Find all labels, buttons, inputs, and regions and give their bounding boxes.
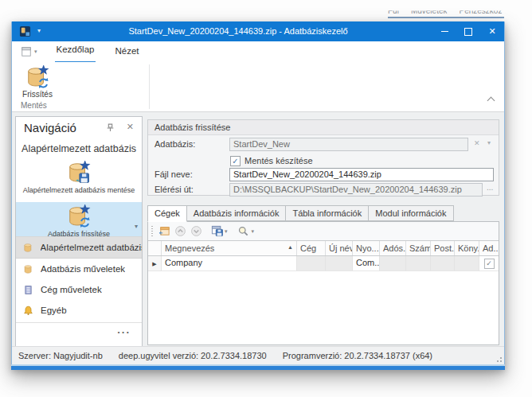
cell-kony [455, 256, 479, 271]
ribbon-tab-kezdolap[interactable]: Kezdőlap [55, 41, 96, 63]
save-layout-caret-icon[interactable]: ▾ [225, 228, 228, 235]
grid-header-indicator [148, 241, 162, 255]
grid-header-ujnev[interactable]: Új név [326, 241, 353, 255]
cell-megnevezes[interactable]: Company [162, 256, 297, 271]
toolbar-grip[interactable] [151, 226, 153, 237]
background-fragment: Műveletek [411, 6, 448, 17]
database-refresh-icon [25, 65, 49, 89]
ribbon-tab-nezet[interactable]: Nézet [113, 41, 140, 62]
background-window-edge [388, 17, 504, 18]
app-menu-icon [21, 46, 32, 57]
grid-header-nyo[interactable]: Nyo... [353, 241, 380, 255]
status-app-version: deep.ugyvitel verzió: 20.2.7334.18730 [119, 351, 267, 360]
maximize-button[interactable] [456, 21, 480, 41]
backup-checkbox-label: Mentés készítése [244, 156, 313, 165]
status-program-version: Programverzió: 20.2.7334.18737 (x64) [283, 351, 432, 360]
ribbon-collapse-button[interactable] [488, 98, 495, 104]
database-combo[interactable]: StartDev_New [229, 138, 468, 151]
path-input[interactable]: D:\MSSQLBACKUP\StartDev_New_20200204_144… [229, 183, 483, 197]
cell-szam [406, 256, 431, 271]
cell-nyo[interactable]: Com... [353, 256, 380, 271]
table-row[interactable]: ▶ Company Com... ✓ [148, 256, 499, 271]
status-bar: Szerver: Nagyjudit-nb deep.ugyvitel verz… [12, 346, 504, 364]
search-caret-icon[interactable]: ▾ [252, 228, 255, 235]
window-title: StartDev_New_20200204_144639.zip - Adatb… [60, 21, 417, 41]
grid-header-ad[interactable]: Ad... [479, 241, 499, 255]
nav-item-refresh-db[interactable]: Adatbázis frissítése ▾ [16, 202, 142, 239]
combo-dropdown-icon[interactable]: ▾ [487, 139, 491, 146]
nav-group-company-operations[interactable]: Cég műveletek [16, 279, 142, 300]
maximize-icon [464, 28, 472, 36]
resize-grip[interactable] [494, 354, 502, 362]
database-label: Adatbázis: [155, 139, 195, 149]
window-bottom-accent [11, 364, 505, 370]
tab-modul-informaciok[interactable]: Modul információk [368, 205, 453, 221]
application-menu-button[interactable]: ▾ [21, 46, 37, 57]
column-label: Megnevezés [165, 243, 214, 255]
pin-icon[interactable] [106, 123, 115, 132]
minimize-button[interactable] [432, 21, 456, 41]
navigation-close-icon[interactable]: ✕ [127, 122, 134, 132]
app-menu-caret-icon: ▾ [34, 49, 37, 55]
nav-more-buttons[interactable]: ... [117, 324, 131, 336]
backup-checkbox[interactable]: ✓ [230, 156, 241, 166]
circle-down-icon [190, 225, 202, 237]
nav-group-label: Alapértelmezett adatbázis [41, 243, 142, 252]
tab-tabla-informaciok[interactable]: Tábla információk [285, 205, 369, 221]
save-layout-button[interactable] [209, 224, 225, 239]
nav-item-caret-icon[interactable]: ▾ [135, 223, 138, 230]
app-window: ▾ StartDev_New_20200204_144639.zip - Ada… [11, 21, 505, 370]
path-label: Elérési út: [155, 185, 194, 194]
grid-header-kony[interactable]: Köny... [455, 241, 479, 255]
minimize-icon [441, 31, 448, 32]
ribbon-tab-row: ▾ Kezdőlap Nézet [12, 41, 504, 62]
screenshot-root: Fül Műveletek Pénzeszköz ▾ StartDev_New_… [0, 0, 532, 397]
combo-clear-icon[interactable]: ✕ [474, 139, 480, 147]
move-up-button-disabled[interactable] [172, 224, 188, 239]
refresh-database-button[interactable]: Frissítés [17, 64, 58, 103]
database-icon [23, 243, 33, 253]
grid-header-megnevezes[interactable]: Megnevezés ▲ [162, 241, 297, 255]
ribbon-body: Frissítés Mentés [12, 62, 504, 112]
file-name-input[interactable]: StartDev_New_20200204_144639.zip [229, 168, 494, 181]
nav-group-label: Adatbázis műveletek [41, 264, 125, 274]
browse-button[interactable]: ... [487, 183, 493, 192]
nav-group-label: Egyéb [41, 306, 67, 315]
row-checkbox[interactable]: ✓ [484, 259, 495, 269]
cell-ad: ✓ [479, 256, 499, 271]
navigation-groups: Alapértelmezett adatbázis Adatbázis műve… [16, 236, 142, 321]
database-refresh-groupbox: Adatbázis frissítése Adatbázis: StartDev… [147, 119, 499, 196]
move-down-button-disabled[interactable] [188, 224, 204, 239]
new-window-button[interactable] [156, 224, 172, 239]
database-save-icon [67, 161, 91, 185]
file-name-label: Fájl neve: [155, 169, 193, 179]
search-button[interactable] [236, 224, 252, 239]
cell-post [431, 256, 455, 271]
navigation-title: Navigáció [24, 121, 76, 134]
database-refresh-icon [67, 204, 91, 228]
nav-group-other[interactable]: Egyéb [16, 300, 142, 321]
background-fragment: Pénzeszköz [459, 6, 502, 17]
grid-header-post[interactable]: Post... [431, 241, 455, 255]
grid-header-ceg[interactable]: Cég [297, 241, 326, 255]
quick-access-caret-icon[interactable]: ▾ [37, 27, 41, 34]
close-button[interactable]: ✕ [480, 21, 504, 41]
bell-icon [23, 306, 33, 316]
groupbox-caption: Adatbázis frissítése [148, 120, 499, 135]
row-arrow-icon: ▶ [152, 261, 156, 267]
navigation-panel: Navigáció ✕ Alapértelmezett adatbázis Al… [15, 116, 143, 348]
grid-header-ados[interactable]: Adós... [380, 241, 406, 255]
cell-ados [380, 256, 406, 271]
tab-cegek[interactable]: Cégek [147, 205, 187, 222]
nav-item-save-default-db[interactable]: Alapértelmezett adatbázis mentése [16, 161, 142, 196]
row-indicator-cell: ▶ [148, 256, 162, 271]
nav-group-default-database[interactable]: Alapértelmezett adatbázis [16, 237, 142, 259]
nav-group-database-operations[interactable]: Adatbázis műveletek [16, 259, 142, 279]
tab-adatbazis-informaciok[interactable]: Adatbázis információk [186, 205, 287, 221]
grid-header-szam[interactable]: Szám... [406, 241, 431, 255]
grid-header-row: Megnevezés ▲ Cég Új név Nyo... Adós... S… [148, 240, 499, 256]
titlebar[interactable]: ▾ StartDev_New_20200204_144639.zip - Ada… [12, 21, 504, 41]
nav-item-label: Alapértelmezett adatbázis mentése [16, 186, 142, 194]
grid-toolbar: ▾ ▾ [148, 222, 499, 240]
app-logo-icon[interactable] [19, 25, 31, 37]
